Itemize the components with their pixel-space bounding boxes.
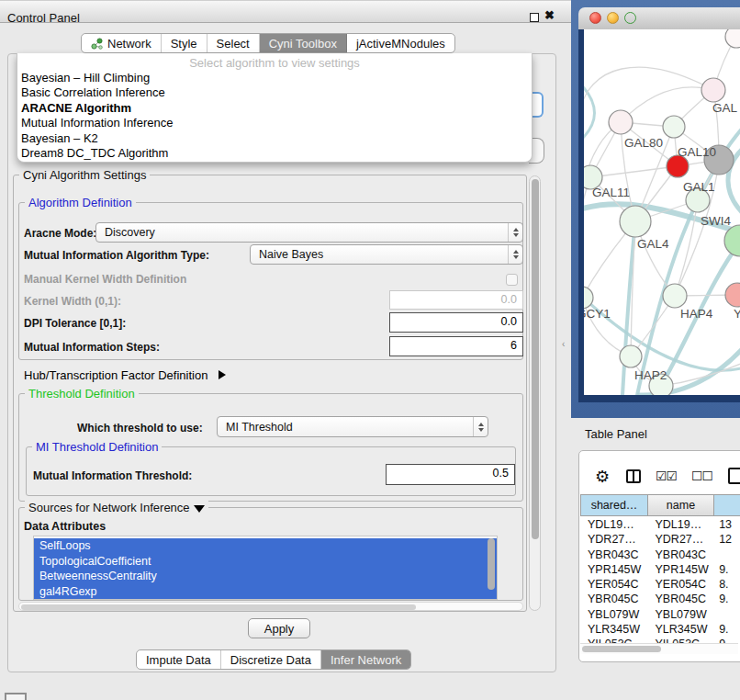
combo-stepper-icon xyxy=(508,245,522,264)
tab-network[interactable]: Network xyxy=(82,34,162,52)
hub-definition-expander[interactable]: Hub/Transcription Factor Definition xyxy=(24,368,226,382)
apply-button[interactable]: Apply xyxy=(248,618,310,638)
dropdown-item[interactable]: Dream8 DC_TDC Algorithm xyxy=(21,146,528,161)
table-row[interactable]: YER054C YER054C 8. xyxy=(580,577,740,592)
tab-cyni-toolbox[interactable]: Cyni Toolbox xyxy=(260,34,347,52)
list-item[interactable]: gal4RGexp xyxy=(34,584,497,600)
mi-threshold-field[interactable]: 0.5 xyxy=(386,464,515,485)
control-panel-title: Control Panel xyxy=(7,11,80,25)
dropdown-item[interactable]: Mutual Information Inference xyxy=(21,116,528,130)
column-header-shared-name[interactable]: shared… xyxy=(580,494,648,516)
list-item[interactable]: BetweennessCentrality xyxy=(34,569,497,584)
network-edge[interactable] xyxy=(622,221,635,395)
table-row[interactable]: YBR043C YBR043C xyxy=(580,548,740,562)
tab-impute-data[interactable]: Impute Data xyxy=(137,650,221,669)
network-edge[interactable] xyxy=(584,83,595,141)
network-node[interactable] xyxy=(609,110,633,134)
dropdown-item-selected[interactable]: ARACNE Algorithm xyxy=(21,101,528,116)
checked-boxes-icon[interactable]: ☑☑ xyxy=(656,469,677,483)
close-icon[interactable]: ✖ xyxy=(544,8,555,22)
combo-stepper-icon xyxy=(508,223,522,242)
manual-kernel-width-checkbox[interactable] xyxy=(506,274,518,286)
zoom-traffic-light[interactable] xyxy=(624,12,636,24)
settings-horizontal-scrollbar[interactable] xyxy=(18,602,523,611)
mi-steps-label: Mutual Information Steps: xyxy=(24,341,160,354)
dropdown-hint: Select algorithm to view settings xyxy=(17,56,532,70)
dpi-tolerance-field[interactable]: 0.0 xyxy=(389,312,523,333)
list-item[interactable]: TopologicalCoefficient xyxy=(34,554,497,570)
algorithm-combo-focus-ring[interactable] xyxy=(531,92,544,118)
split-columns-icon[interactable] xyxy=(626,469,641,483)
table-row[interactable]: YBR045C YBR045C 9. xyxy=(580,592,740,606)
gear-icon[interactable]: ⚙ xyxy=(595,467,610,487)
dpi-tolerance-label: DPI Tolerance [0,1]: xyxy=(24,317,126,330)
mi-threshold-label: Mutual Information Threshold: xyxy=(33,469,192,482)
network-edge[interactable] xyxy=(584,294,740,370)
tab-select[interactable]: Select xyxy=(207,34,260,52)
application-window: Control Panel ✖ Network Style Select Cyn… xyxy=(0,0,740,700)
network-window-titlebar[interactable] xyxy=(578,7,740,30)
scrollbar-thumb[interactable] xyxy=(21,604,416,610)
expander-right-icon xyxy=(219,370,226,379)
dropdown-item[interactable]: Bayesian – K2 xyxy=(21,131,528,146)
algorithm-definition-title: Algorithm Definition xyxy=(25,196,136,209)
unchecked-boxes-icon[interactable]: ☐☐ xyxy=(691,469,712,483)
table-panel-title: Table Panel xyxy=(585,427,647,441)
bottom-tabbar: Impute Data Discretize Data Infer Networ… xyxy=(136,649,411,670)
network-node[interactable] xyxy=(620,206,651,237)
partial-toolbar-icon[interactable] xyxy=(728,468,740,484)
network-node[interactable] xyxy=(725,283,740,307)
threshold-definition-title: Threshold Definition xyxy=(25,387,139,401)
data-attributes-label: Data Attributes xyxy=(24,520,106,533)
minimized-panel-icon[interactable] xyxy=(5,693,27,700)
tab-infer-network[interactable]: Infer Network xyxy=(321,650,410,669)
mi-steps-field[interactable]: 6 xyxy=(389,336,523,356)
data-attributes-list: SelfLoops TopologicalCoefficient Between… xyxy=(33,536,498,600)
table-row[interactable]: YBL079W YBL079W xyxy=(580,607,740,622)
mi-algorithm-type-combo[interactable]: Naive Bayes xyxy=(250,244,523,265)
tab-discretize-data[interactable]: Discretize Data xyxy=(221,650,321,669)
dropdown-item[interactable]: Bayesian – Hill Climbing xyxy=(21,71,528,85)
scrollbar-thumb[interactable] xyxy=(582,646,661,652)
sources-group-title[interactable]: Sources for Network Inference xyxy=(25,501,208,514)
list-item[interactable]: SelfLoops xyxy=(34,538,497,554)
network-node-label: HAP2 xyxy=(634,368,667,382)
hub-definition-label: Hub/Transcription Factor Definition xyxy=(24,368,207,382)
table-row[interactable]: YLR345W YLR345W 9. xyxy=(580,622,740,637)
kernel-width-field[interactable]: 0.0 xyxy=(389,290,523,310)
minimize-traffic-light[interactable] xyxy=(607,12,619,24)
splitter-handle[interactable]: ‹ xyxy=(562,339,565,349)
close-traffic-light[interactable] xyxy=(589,12,601,24)
network-node[interactable] xyxy=(663,284,687,308)
network-edge[interactable] xyxy=(621,87,713,122)
network-node[interactable] xyxy=(620,345,642,367)
table-horizontal-scrollbar[interactable] xyxy=(580,643,738,654)
list-scrollbar[interactable] xyxy=(488,538,495,590)
table-row[interactable]: YDL19… YDL19… 13 xyxy=(580,517,740,532)
tab-jactivemnodules[interactable]: jActiveMNodules xyxy=(347,34,454,52)
combo-stepper-icon xyxy=(473,417,488,436)
aracne-mode-combo[interactable]: Discovery xyxy=(95,222,523,243)
algorithm-dropdown-list: Select algorithm to view settings Bayesi… xyxy=(17,53,533,163)
network-edge[interactable] xyxy=(590,166,678,177)
dropdown-item[interactable]: Basic Correlation Inference xyxy=(21,85,528,100)
tab-network-label: Network xyxy=(107,37,151,51)
network-edge[interactable] xyxy=(584,177,590,298)
network-node[interactable] xyxy=(725,29,740,48)
network-node-label: GAL1 xyxy=(683,180,715,194)
table-row[interactable]: YDR27… YDR27… 12 xyxy=(580,532,740,547)
network-canvas[interactable]: GALGAL80GAL10GAL1GAL11SWI4GAL4GCY1HAP4YH… xyxy=(584,29,740,395)
network-node-label: Y xyxy=(734,307,740,321)
tab-style[interactable]: Style xyxy=(162,34,207,52)
column-header-cut[interactable] xyxy=(713,494,740,516)
network-edge[interactable] xyxy=(584,122,621,298)
scrollbar-thumb[interactable] xyxy=(532,179,539,539)
settings-vertical-scrollbar[interactable] xyxy=(529,175,541,611)
table-row[interactable]: YPR145W YPR145W 9. xyxy=(580,562,740,577)
which-threshold-combo[interactable]: MI Threshold xyxy=(217,416,488,437)
column-header-name[interactable]: name xyxy=(647,494,714,516)
table-row[interactable]: YIL053C YIL053C 9 xyxy=(580,637,740,643)
float-window-icon[interactable] xyxy=(530,13,539,22)
network-node[interactable] xyxy=(701,78,725,102)
network-node[interactable] xyxy=(663,116,685,138)
